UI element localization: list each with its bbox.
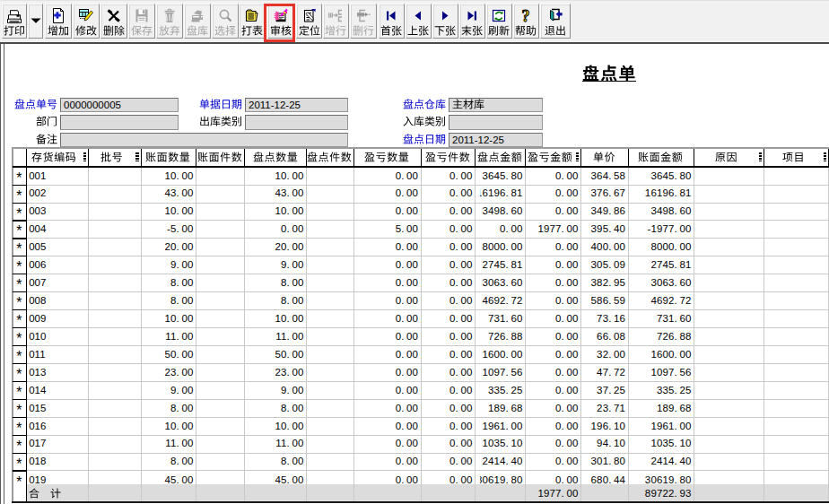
svg-text:?: ?	[522, 8, 530, 23]
